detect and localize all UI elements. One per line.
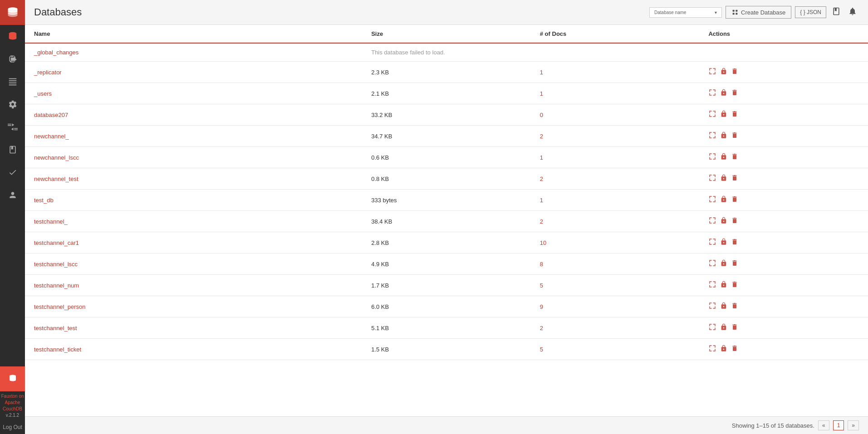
delete-icon[interactable] [731, 302, 738, 312]
current-page: 1 [833, 420, 844, 430]
delete-icon[interactable] [731, 67, 738, 77]
next-page-button[interactable]: » [848, 420, 859, 430]
expand-icon[interactable] [708, 131, 716, 141]
sidebar-item-users[interactable] [0, 184, 25, 206]
create-database-button[interactable]: Create Database [726, 6, 791, 19]
db-actions [699, 275, 868, 296]
db-size: 38.4 KB [362, 211, 531, 232]
db-docs: 10 [531, 232, 700, 254]
expand-icon[interactable] [708, 216, 716, 226]
database-name-dropdown[interactable]: Database name ▾ [649, 7, 722, 18]
delete-icon[interactable] [731, 195, 738, 205]
database-link[interactable]: newchannel_test [34, 176, 78, 182]
table-row: testchannel_car12.8 KB10 [25, 232, 868, 254]
main-content: Databases Database name ▾ Create Databas… [25, 0, 868, 434]
svg-rect-5 [9, 84, 16, 85]
database-link[interactable]: testchannel_lscc [34, 261, 78, 268]
db-size: 333 bytes [362, 190, 531, 211]
docs-button[interactable] [830, 5, 843, 20]
svg-marker-9 [11, 128, 13, 131]
sidebar-item-verify[interactable] [0, 161, 25, 184]
permissions-icon[interactable] [720, 344, 727, 354]
permissions-icon[interactable] [720, 259, 727, 269]
sidebar-item-settings[interactable]: wrench [0, 48, 25, 70]
delete-icon[interactable] [731, 174, 738, 184]
expand-icon[interactable] [708, 280, 716, 290]
logout-button[interactable]: Log Out [3, 420, 22, 434]
delete-icon[interactable] [731, 259, 738, 269]
permissions-icon[interactable] [720, 88, 727, 98]
db-actions [699, 211, 868, 232]
delete-icon[interactable] [731, 323, 738, 333]
database-link[interactable]: _replicator [34, 69, 62, 76]
table-row: _replicator2.3 KB1 [25, 62, 868, 83]
svg-rect-4 [9, 83, 16, 83]
chevron-down-icon: ▾ [715, 10, 717, 15]
expand-icon[interactable] [708, 344, 716, 354]
delete-icon[interactable] [731, 216, 738, 226]
delete-icon[interactable] [731, 238, 738, 248]
db-size: 6.0 KB [362, 296, 531, 317]
database-link[interactable]: testchannel_ [34, 218, 68, 225]
sidebar-version: Fauxton on Apache CouchDB v.2.1.2 [0, 391, 25, 420]
permissions-icon[interactable] [720, 216, 727, 226]
database-link[interactable]: testchannel_test [34, 325, 77, 332]
expand-icon[interactable] [708, 88, 716, 98]
database-link[interactable]: database207 [34, 112, 68, 118]
expand-icon[interactable] [708, 110, 716, 120]
db-actions [699, 296, 868, 317]
delete-icon[interactable] [731, 344, 738, 354]
permissions-icon[interactable] [720, 131, 727, 141]
expand-icon[interactable] [708, 238, 716, 248]
delete-icon[interactable] [731, 152, 738, 162]
database-link[interactable]: testchannel_person [34, 303, 85, 310]
prev-page-button[interactable]: « [818, 420, 829, 430]
database-link[interactable]: newchannel_ [34, 133, 69, 140]
database-name-placeholder: Database name [654, 10, 687, 15]
expand-icon[interactable] [708, 67, 716, 77]
expand-icon[interactable] [708, 152, 716, 162]
delete-icon[interactable] [731, 280, 738, 290]
permissions-icon[interactable] [720, 323, 727, 333]
delete-icon[interactable] [731, 88, 738, 98]
svg-rect-2 [9, 78, 16, 79]
database-link[interactable]: _users [34, 90, 52, 97]
expand-icon[interactable] [708, 302, 716, 312]
expand-icon[interactable] [708, 259, 716, 269]
db-size: 33.2 KB [362, 104, 531, 126]
sidebar-item-activetasks[interactable] [0, 116, 25, 138]
permissions-icon[interactable] [720, 280, 727, 290]
svg-rect-11 [14, 130, 18, 131]
sidebar-item-documentation[interactable] [0, 138, 25, 161]
expand-icon[interactable] [708, 174, 716, 184]
database-link[interactable]: testchannel_num [34, 282, 79, 289]
sidebar-item-config[interactable] [0, 93, 25, 116]
database-link[interactable]: _global_changes [34, 49, 78, 56]
json-button[interactable]: { } JSON [795, 6, 826, 18]
permissions-icon[interactable] [720, 174, 727, 184]
db-actions [699, 83, 868, 104]
permissions-icon[interactable] [720, 238, 727, 248]
delete-icon[interactable] [731, 110, 738, 120]
database-link[interactable]: testchannel_car1 [34, 239, 79, 246]
db-docs: 0 [531, 104, 700, 126]
sidebar-item-replication[interactable] [0, 70, 25, 93]
notifications-button[interactable] [846, 5, 859, 20]
db-size: This database failed to load. [362, 43, 868, 62]
sidebar-item-databases[interactable] [0, 25, 25, 48]
db-docs: 2 [531, 168, 700, 190]
database-link[interactable]: testchannel_ticket [34, 346, 81, 353]
table-row: newchannel_lscc0.6 KB1 [25, 147, 868, 168]
db-size: 34.7 KB [362, 126, 531, 147]
delete-icon[interactable] [731, 131, 738, 141]
db-actions [699, 232, 868, 254]
expand-icon[interactable] [708, 195, 716, 205]
permissions-icon[interactable] [720, 110, 727, 120]
database-link[interactable]: test_db [34, 197, 54, 204]
permissions-icon[interactable] [720, 67, 727, 77]
permissions-icon[interactable] [720, 302, 727, 312]
database-link[interactable]: newchannel_lscc [34, 154, 79, 161]
permissions-icon[interactable] [720, 195, 727, 205]
permissions-icon[interactable] [720, 152, 727, 162]
expand-icon[interactable] [708, 323, 716, 333]
